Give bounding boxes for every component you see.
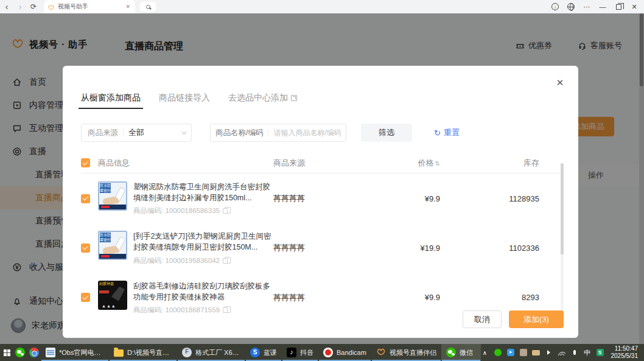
tray-card-icon[interactable] [532,348,541,357]
copy-icon[interactable] [223,307,228,313]
row-checkbox[interactable] [81,194,90,203]
product-code: 商品编码: 10000195836042 [133,256,220,265]
browser-tab[interactable]: 视频号助手 ✕ [44,0,135,13]
product-source: 苒苒苒苒 [273,242,365,253]
minimize-icon[interactable]: — [597,1,609,13]
taskbar-app-bandicam[interactable]: Bandicam [318,344,371,361]
taskbar-app-channels-companion[interactable]: 视频号直播伴侣 [371,344,441,361]
tray-wechat-icon[interactable] [494,348,502,357]
forward-icon[interactable]: › [13,0,27,13]
taskbar-app-lanke[interactable]: S 蓝课 [245,344,282,361]
col-stock: 库存 [440,158,560,169]
product-stock: 8293 [440,293,560,302]
product-image: 防水防霉密封补漏 [98,231,127,260]
taskbar-chrome-icon[interactable] [27,344,41,361]
tray-messenger-icon[interactable]: ➤ [506,348,515,357]
tab-favicon-channels-icon [47,3,55,10]
search-input[interactable] [273,128,341,137]
tab-close-icon[interactable]: ✕ [124,4,131,10]
col-price-sort[interactable]: 价格⇅ [365,158,440,169]
lanke-icon: S [250,348,260,357]
confirm-add-button[interactable]: 添加(3) [509,310,564,328]
col-product-source: 商品来源 [273,158,365,169]
page: 视频号 · 助手 首页 内容管理 互动管理 直播 [0,13,644,344]
product-title: [到手2支送铲刀]强力塑钢泥厨房卫生间密封胶美缝填隙专用厨卫密封胶150M... [133,231,273,253]
product-price: ¥9.9 [365,293,440,302]
product-title: 塑钢泥防水防霉卫生间厨房洗手台密封胶填缝剂美缝封边补漏专用胶150ml... [133,181,273,203]
external-link-icon [291,95,297,101]
download-icon[interactable]: ↓ [549,1,561,13]
tab-add-from-showcase[interactable]: 从橱窗添加商品 [81,93,141,109]
windows-logo-icon [4,349,7,352]
close-window-icon[interactable]: ✕ [628,1,640,13]
screen: ‹ › ⟳ 视频号助手 ✕ ↓ ⋯ — ✕ 视频号 · 助手 [0,0,644,361]
modal-close-icon[interactable]: ✕ [555,78,565,88]
start-button[interactable] [0,344,13,361]
channels-companion-icon [376,348,386,357]
modal-tabs: 从橱窗添加商品 商品链接导入 去选品中心添加 [81,66,560,109]
product-image: 防水防霉密封补漏 [98,181,127,211]
product-source: 苒苒苒苒 [273,292,365,303]
table-header: 商品信息 商品来源 价格⇅ 库存 [81,153,560,173]
copy-icon[interactable] [223,208,228,214]
refresh-icon: ↻ [434,128,441,138]
wechat-icon [446,348,456,357]
taskbar-clock[interactable]: 11:50:47 2025/5/31 [609,345,641,360]
modal-scrollbar[interactable] [561,163,564,317]
browser-search-button[interactable] [140,2,156,12]
tab-title: 视频号助手 [58,2,124,11]
tray-expand-icon[interactable]: ∧ [481,348,489,357]
tray-avatar-icon[interactable] [519,348,528,357]
taskbar: *Obs官网电脑... D:\视频号直播... 格式工厂 X64 ... S 蓝… [0,344,644,361]
taskbar-wechat-icon[interactable] [13,344,27,361]
clock-date: 2025/5/31 [611,352,639,360]
browser-bar: ‹ › ⟳ 视频号助手 ✕ ↓ ⋯ — ✕ [0,0,644,13]
product-stock: 1102336 [440,244,560,253]
volume-icon[interactable] [545,348,553,357]
ime-indicator[interactable]: 中 [583,348,592,357]
system-tray: ∧ ➤ 中 S 11:50:47 2025/5/31 [481,344,644,361]
sort-icon: ⇅ [435,160,440,167]
taskbar-app-folder[interactable]: D:\视频号直播... [109,344,177,361]
product-name-search[interactable]: 商品名称/编码 [210,124,346,142]
tab-import-product-link[interactable]: 商品链接导入 [159,93,210,109]
table-row[interactable]: 防水防霉密封补漏 [到手2支送铲刀]强力塑钢泥厨房卫生间密封胶美缝填隙专用厨卫密… [81,223,560,272]
product-price: ¥19.9 [365,244,440,253]
filter-row: 商品来源 全部 商品名称/编码 筛选 ↻ 重置 [81,124,560,142]
product-image: 刮胶神器▲▲▲ [98,281,127,310]
taskbar-app-obs-notepad[interactable]: *Obs官网电脑... [41,344,109,361]
product-stock: 1128935 [440,194,560,203]
reset-button[interactable]: ↻ 重置 [434,127,460,138]
format-factory-icon [182,348,192,357]
restore-icon[interactable] [612,1,625,13]
add-product-modal: ✕ 从橱窗添加商品 商品链接导入 去选品中心添加 商品 [63,66,578,338]
cancel-button[interactable]: 取消 [463,310,502,328]
filter-button[interactable]: 筛选 [361,124,412,142]
product-source-value: 全部 [128,127,181,138]
row-checkbox[interactable] [81,293,90,302]
more-menu-icon[interactable]: ⋯ [581,1,593,13]
row-checkbox[interactable] [81,244,90,253]
globe-icon[interactable] [565,1,577,13]
product-source: 苒苒苒苒 [273,193,365,204]
chevron-down-icon [181,129,186,134]
col-product-info: 商品信息 [98,158,273,169]
network-icon[interactable] [558,348,566,357]
product-source-select[interactable]: 商品来源 全部 [81,124,192,142]
product-title: 刮胶器毛刺修边清硅胶刮刀璃胶刮胶板多功能专用打胶美缝抹胶神器 [133,281,273,303]
product-code: 商品编码: 10000186871559 [133,306,220,315]
bandicam-icon [323,348,333,357]
tab-go-selection-center[interactable]: 去选品中心添加 [228,93,297,109]
reload-icon[interactable]: ⟳ [27,0,40,13]
clock-time: 11:50:47 [615,345,638,353]
taskbar-app-format-factory[interactable]: 格式工厂 X64 ... [177,344,245,361]
douyin-icon: ♪ [287,348,296,357]
copy-icon[interactable] [223,258,228,264]
tray-green-app-icon[interactable]: S [596,348,604,357]
back-icon[interactable]: ‹ [0,0,13,13]
taskbar-app-wechat-window[interactable]: 微信 [441,344,481,361]
select-all-checkbox[interactable] [81,158,90,167]
microphone-icon[interactable] [570,348,579,357]
taskbar-app-douyin[interactable]: ♪ 抖音 [282,344,318,361]
table-row[interactable]: 防水防霉密封补漏 塑钢泥防水防霉卫生间厨房洗手台密封胶填缝剂美缝封边补漏专用胶1… [81,173,560,223]
